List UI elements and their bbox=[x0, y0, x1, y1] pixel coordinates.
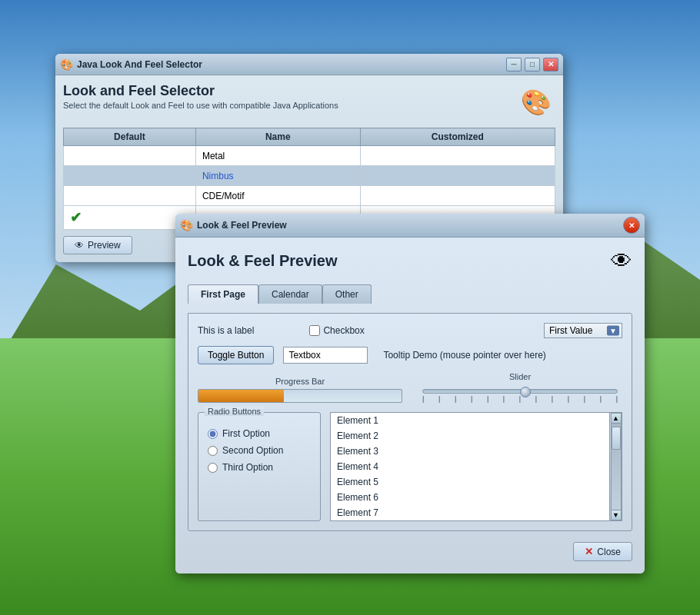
col-name: Name bbox=[195, 128, 360, 146]
lower-section: Radio Buttons First Option Second Option bbox=[198, 412, 622, 521]
radio-input-1[interactable] bbox=[208, 429, 218, 439]
radio-input-2[interactable] bbox=[208, 446, 218, 456]
radio-label-1: First Option bbox=[222, 428, 270, 439]
radio-option-2[interactable]: Second Option bbox=[208, 445, 311, 456]
list-item[interactable]: Element 5 bbox=[331, 474, 609, 490]
cell-default bbox=[64, 186, 196, 206]
preview-window: 🎨 Look & Feel Preview ✕ Look & Feel Prev… bbox=[175, 214, 645, 573]
cell-name: Nimbus bbox=[195, 166, 360, 186]
radio-group: Radio Buttons First Option Second Option bbox=[198, 412, 321, 521]
preview-main-title: Look & Feel Preview bbox=[188, 252, 338, 270]
list-item[interactable]: Element 3 bbox=[331, 444, 609, 459]
tooltip-label: Tooltip Demo (mouse pointer over here) bbox=[383, 350, 545, 361]
cell-default bbox=[64, 146, 196, 166]
tab-content: This is a label Checkbox First Value Sec… bbox=[188, 313, 632, 531]
slider-section: Slider | | | | | | | | bbox=[418, 372, 622, 403]
scroll-thumb[interactable] bbox=[612, 427, 621, 450]
laf-selector-title-left: 🎨 Java Look And Feel Selector bbox=[60, 58, 202, 71]
tab-bar: First Page Calendar Other bbox=[188, 284, 632, 304]
preview-eye-icon: 👁 bbox=[611, 248, 632, 274]
dropdown-wrapper: First Value Second Value Third Value ▼ bbox=[544, 323, 622, 338]
tab-calendar[interactable]: Calendar bbox=[258, 284, 322, 304]
laf-subtitle: Select the default Look and Feel to use … bbox=[63, 101, 338, 110]
progress-bar-fill bbox=[198, 390, 284, 402]
tab-other[interactable]: Other bbox=[322, 284, 372, 304]
progress-bar-track bbox=[198, 389, 402, 403]
list-item[interactable]: Element 2 bbox=[331, 428, 609, 444]
list-scrollbar: ▲ ▼ bbox=[609, 413, 622, 520]
tab-first-page-label: First Page bbox=[201, 289, 245, 300]
laf-header: Look and Feel Selector Select the defaul… bbox=[63, 83, 555, 121]
bottom-row: ✕ Close bbox=[188, 542, 632, 561]
progress-label: Progress Bar bbox=[198, 377, 402, 386]
slider-ticks: | | | | | | | | | | | | | bbox=[422, 395, 618, 403]
cell-customized bbox=[360, 166, 555, 186]
checkbox-wrapper: Checkbox bbox=[309, 325, 364, 336]
preview-close-button[interactable]: ✕ bbox=[623, 217, 640, 234]
preview-titlebar: 🎨 Look & Feel Preview ✕ bbox=[175, 214, 645, 238]
slider-track bbox=[422, 389, 618, 394]
slider-thumb[interactable] bbox=[520, 387, 531, 397]
radio-input-3[interactable] bbox=[208, 463, 218, 473]
preview-controls: ✕ bbox=[623, 217, 640, 234]
cell-customized bbox=[360, 146, 555, 166]
radio-label-2: Second Option bbox=[222, 445, 283, 456]
list-box[interactable]: Element 1 Element 2 Element 3 Element 4 … bbox=[331, 413, 609, 520]
scroll-up-button[interactable]: ▲ bbox=[611, 413, 622, 424]
table-row[interactable]: Metal bbox=[64, 146, 555, 166]
preview-button[interactable]: 👁 Preview bbox=[63, 236, 132, 254]
this-is-a-label: This is a label bbox=[198, 325, 254, 336]
controls-row-2: Toggle Button Tooltip Demo (mouse pointe… bbox=[198, 346, 622, 364]
list-item[interactable]: Element 1 bbox=[331, 413, 609, 428]
preview-header: Look & Feel Preview 👁 bbox=[188, 248, 632, 274]
laf-selector-title: Java Look And Feel Selector bbox=[77, 59, 202, 70]
close-button-label: Close bbox=[597, 547, 621, 557]
list-item[interactable]: Element 6 bbox=[331, 490, 609, 505]
palette-title-icon: 🎨 bbox=[60, 58, 72, 71]
preview-button-label: Preview bbox=[88, 240, 121, 251]
table-row[interactable]: Nimbus bbox=[64, 166, 555, 186]
scroll-track bbox=[611, 424, 622, 510]
toggle-button-label: Toggle Button bbox=[208, 350, 264, 361]
palette-icon: 🎨 bbox=[517, 83, 555, 121]
dropdown-select[interactable]: First Value Second Value Third Value bbox=[544, 323, 622, 338]
radio-option-1[interactable]: First Option bbox=[208, 428, 311, 439]
table-row[interactable]: CDE/Motif bbox=[64, 186, 555, 206]
col-customized: Customized bbox=[360, 128, 555, 146]
close-window-button[interactable]: ✕ bbox=[543, 58, 558, 71]
progress-slider-row: Progress Bar Slider | | | bbox=[198, 372, 622, 403]
preview-eye-icon: 👁 bbox=[75, 240, 84, 251]
preview-body: Look & Feel Preview 👁 First Page Calenda… bbox=[175, 238, 645, 573]
preview-window-title: Look & Feel Preview bbox=[197, 220, 287, 231]
progress-section: Progress Bar bbox=[198, 377, 402, 403]
list-item[interactable]: Element 4 bbox=[331, 459, 609, 474]
radio-label-3: Third Option bbox=[222, 462, 273, 473]
checkbox-label: Checkbox bbox=[323, 325, 364, 336]
minimize-button[interactable]: ─ bbox=[506, 58, 522, 71]
laf-main-title: Look and Feel Selector bbox=[63, 83, 338, 99]
tab-first-page[interactable]: First Page bbox=[188, 284, 258, 304]
list-box-wrapper: Element 1 Element 2 Element 3 Element 4 … bbox=[330, 412, 622, 521]
cell-name: Metal bbox=[195, 146, 360, 166]
cell-customized bbox=[360, 186, 555, 206]
maximize-button[interactable]: □ bbox=[525, 58, 540, 71]
close-x-icon: ✕ bbox=[585, 546, 593, 557]
textbox-input[interactable] bbox=[283, 347, 368, 364]
close-preview-button[interactable]: ✕ Close bbox=[573, 542, 632, 561]
laf-header-text: Look and Feel Selector Select the defaul… bbox=[63, 83, 338, 110]
col-default: Default bbox=[64, 128, 196, 146]
cell-default bbox=[64, 166, 196, 186]
laf-selector-titlebar: 🎨 Java Look And Feel Selector ─ □ ✕ bbox=[55, 54, 563, 75]
controls-row-1: This is a label Checkbox First Value Sec… bbox=[198, 323, 622, 338]
preview-title-icon: 🎨 bbox=[180, 219, 192, 231]
slider-label: Slider bbox=[418, 372, 622, 381]
checkbox-input[interactable] bbox=[309, 325, 320, 336]
list-item[interactable]: Element 7 bbox=[331, 505, 609, 520]
toggle-button[interactable]: Toggle Button bbox=[198, 346, 274, 364]
laf-selector-controls: ─ □ ✕ bbox=[506, 58, 558, 71]
scroll-down-button[interactable]: ▼ bbox=[611, 510, 622, 520]
preview-title-left: 🎨 Look & Feel Preview bbox=[180, 219, 287, 231]
radio-option-3[interactable]: Third Option bbox=[208, 462, 311, 473]
radio-legend: Radio Buttons bbox=[205, 407, 264, 416]
tab-other-label: Other bbox=[335, 289, 358, 300]
